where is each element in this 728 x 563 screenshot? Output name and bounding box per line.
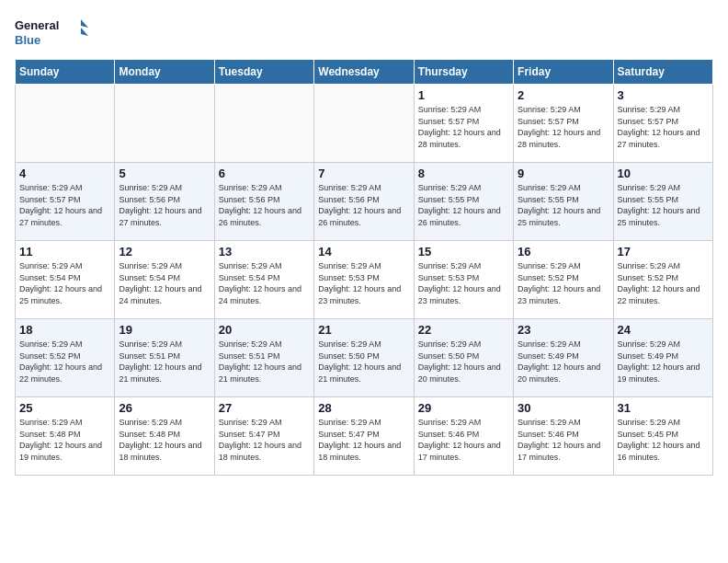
calendar-cell: 3Sunrise: 5:29 AMSunset: 5:57 PMDaylight… xyxy=(613,85,712,163)
day-info: Sunrise: 5:29 AMSunset: 5:55 PMDaylight:… xyxy=(518,182,609,228)
day-number: 10 xyxy=(618,167,709,180)
day-number: 24 xyxy=(618,323,709,337)
day-info: Sunrise: 5:29 AMSunset: 5:53 PMDaylight:… xyxy=(418,260,509,306)
day-info: Sunrise: 5:29 AMSunset: 5:57 PMDaylight:… xyxy=(518,104,609,150)
day-info: Sunrise: 5:29 AMSunset: 5:49 PMDaylight:… xyxy=(618,339,709,385)
day-info: Sunrise: 5:29 AMSunset: 5:47 PMDaylight:… xyxy=(219,417,310,463)
calendar-cell: 11Sunrise: 5:29 AMSunset: 5:54 PMDayligh… xyxy=(16,241,115,319)
day-info: Sunrise: 5:29 AMSunset: 5:53 PMDaylight:… xyxy=(318,260,409,306)
day-number: 27 xyxy=(219,401,310,415)
day-number: 1 xyxy=(418,88,509,102)
calendar-cell: 30Sunrise: 5:29 AMSunset: 5:46 PMDayligh… xyxy=(514,397,613,476)
calendar-cell: 19Sunrise: 5:29 AMSunset: 5:51 PMDayligh… xyxy=(115,319,214,397)
day-number: 22 xyxy=(418,323,509,337)
day-number: 14 xyxy=(318,245,409,259)
calendar-cell: 2Sunrise: 5:29 AMSunset: 5:57 PMDaylight… xyxy=(514,85,613,163)
calendar-cell: 21Sunrise: 5:29 AMSunset: 5:50 PMDayligh… xyxy=(314,319,414,397)
day-info: Sunrise: 5:29 AMSunset: 5:54 PMDaylight:… xyxy=(119,260,210,306)
calendar-cell: 15Sunrise: 5:29 AMSunset: 5:53 PMDayligh… xyxy=(414,241,513,319)
day-info: Sunrise: 5:29 AMSunset: 5:54 PMDaylight:… xyxy=(219,260,310,306)
day-number: 4 xyxy=(19,167,110,180)
calendar-cell: 27Sunrise: 5:29 AMSunset: 5:47 PMDayligh… xyxy=(214,397,313,476)
day-info: Sunrise: 5:29 AMSunset: 5:47 PMDaylight:… xyxy=(318,417,409,463)
day-info: Sunrise: 5:29 AMSunset: 5:48 PMDaylight:… xyxy=(19,417,110,463)
calendar-cell: 25Sunrise: 5:29 AMSunset: 5:48 PMDayligh… xyxy=(16,397,115,476)
day-info: Sunrise: 5:29 AMSunset: 5:57 PMDaylight:… xyxy=(19,182,110,228)
calendar-table: SundayMondayTuesdayWednesdayThursdayFrid… xyxy=(15,59,713,476)
day-number: 29 xyxy=(418,401,509,415)
day-number: 23 xyxy=(518,323,609,337)
day-info: Sunrise: 5:29 AMSunset: 5:51 PMDaylight:… xyxy=(219,339,310,385)
day-header-tuesday: Tuesday xyxy=(214,60,313,85)
svg-marker-2 xyxy=(81,19,88,28)
week-row-5: 25Sunrise: 5:29 AMSunset: 5:48 PMDayligh… xyxy=(16,397,713,476)
header-row: SundayMondayTuesdayWednesdayThursdayFrid… xyxy=(16,60,713,85)
day-info: Sunrise: 5:29 AMSunset: 5:55 PMDaylight:… xyxy=(418,182,509,228)
day-number: 9 xyxy=(518,167,609,180)
day-info: Sunrise: 5:29 AMSunset: 5:49 PMDaylight:… xyxy=(518,339,609,385)
svg-marker-3 xyxy=(81,28,88,36)
day-number: 25 xyxy=(19,401,110,415)
day-info: Sunrise: 5:29 AMSunset: 5:46 PMDaylight:… xyxy=(518,417,609,463)
calendar-cell: 16Sunrise: 5:29 AMSunset: 5:52 PMDayligh… xyxy=(514,241,613,319)
calendar-cell: 1Sunrise: 5:29 AMSunset: 5:57 PMDaylight… xyxy=(414,85,513,163)
calendar-cell: 9Sunrise: 5:29 AMSunset: 5:55 PMDaylight… xyxy=(514,163,613,241)
day-info: Sunrise: 5:29 AMSunset: 5:55 PMDaylight:… xyxy=(618,182,709,228)
calendar-cell xyxy=(16,85,115,163)
day-header-sunday: Sunday xyxy=(16,60,115,85)
day-header-wednesday: Wednesday xyxy=(314,60,414,85)
header: General Blue xyxy=(15,15,713,52)
day-number: 13 xyxy=(219,245,310,259)
day-info: Sunrise: 5:29 AMSunset: 5:52 PMDaylight:… xyxy=(618,260,709,306)
day-number: 15 xyxy=(418,245,509,259)
calendar-cell: 10Sunrise: 5:29 AMSunset: 5:55 PMDayligh… xyxy=(613,163,712,241)
week-row-2: 4Sunrise: 5:29 AMSunset: 5:57 PMDaylight… xyxy=(16,163,713,241)
calendar-cell: 22Sunrise: 5:29 AMSunset: 5:50 PMDayligh… xyxy=(414,319,513,397)
week-row-1: 1Sunrise: 5:29 AMSunset: 5:57 PMDaylight… xyxy=(16,85,713,163)
calendar-cell: 4Sunrise: 5:29 AMSunset: 5:57 PMDaylight… xyxy=(16,163,115,241)
calendar-cell: 14Sunrise: 5:29 AMSunset: 5:53 PMDayligh… xyxy=(314,241,414,319)
day-info: Sunrise: 5:29 AMSunset: 5:45 PMDaylight:… xyxy=(618,417,709,463)
day-number: 19 xyxy=(119,323,210,337)
calendar-cell: 17Sunrise: 5:29 AMSunset: 5:52 PMDayligh… xyxy=(613,241,712,319)
day-info: Sunrise: 5:29 AMSunset: 5:54 PMDaylight:… xyxy=(19,260,110,306)
day-header-thursday: Thursday xyxy=(414,60,513,85)
day-number: 7 xyxy=(318,167,409,180)
day-header-monday: Monday xyxy=(115,60,214,85)
day-info: Sunrise: 5:29 AMSunset: 5:48 PMDaylight:… xyxy=(119,417,210,463)
logo-svg: General Blue xyxy=(15,15,88,52)
day-header-saturday: Saturday xyxy=(613,60,712,85)
week-row-3: 11Sunrise: 5:29 AMSunset: 5:54 PMDayligh… xyxy=(16,241,713,319)
calendar-cell: 26Sunrise: 5:29 AMSunset: 5:48 PMDayligh… xyxy=(115,397,214,476)
day-number: 6 xyxy=(219,167,310,180)
day-number: 11 xyxy=(19,245,110,259)
calendar-cell xyxy=(214,85,313,163)
day-number: 3 xyxy=(618,88,709,102)
svg-text:Blue: Blue xyxy=(15,33,40,47)
day-number: 18 xyxy=(19,323,110,337)
calendar-cell: 13Sunrise: 5:29 AMSunset: 5:54 PMDayligh… xyxy=(214,241,313,319)
day-info: Sunrise: 5:29 AMSunset: 5:57 PMDaylight:… xyxy=(418,104,509,150)
day-info: Sunrise: 5:29 AMSunset: 5:52 PMDaylight:… xyxy=(19,339,110,385)
day-info: Sunrise: 5:29 AMSunset: 5:46 PMDaylight:… xyxy=(418,417,509,463)
day-info: Sunrise: 5:29 AMSunset: 5:56 PMDaylight:… xyxy=(318,182,409,228)
calendar-cell xyxy=(115,85,214,163)
day-number: 26 xyxy=(119,401,210,415)
week-row-4: 18Sunrise: 5:29 AMSunset: 5:52 PMDayligh… xyxy=(16,319,713,397)
day-number: 20 xyxy=(219,323,310,337)
day-number: 5 xyxy=(119,167,210,180)
day-number: 31 xyxy=(618,401,709,415)
day-number: 28 xyxy=(318,401,409,415)
calendar-cell: 12Sunrise: 5:29 AMSunset: 5:54 PMDayligh… xyxy=(115,241,214,319)
day-number: 30 xyxy=(518,401,609,415)
day-info: Sunrise: 5:29 AMSunset: 5:57 PMDaylight:… xyxy=(618,104,709,150)
day-number: 12 xyxy=(119,245,210,259)
day-info: Sunrise: 5:29 AMSunset: 5:50 PMDaylight:… xyxy=(318,339,409,385)
calendar-cell: 31Sunrise: 5:29 AMSunset: 5:45 PMDayligh… xyxy=(613,397,712,476)
calendar-cell: 20Sunrise: 5:29 AMSunset: 5:51 PMDayligh… xyxy=(214,319,313,397)
day-info: Sunrise: 5:29 AMSunset: 5:52 PMDaylight:… xyxy=(518,260,609,306)
calendar-cell: 8Sunrise: 5:29 AMSunset: 5:55 PMDaylight… xyxy=(414,163,513,241)
calendar-cell: 5Sunrise: 5:29 AMSunset: 5:56 PMDaylight… xyxy=(115,163,214,241)
calendar-cell: 28Sunrise: 5:29 AMSunset: 5:47 PMDayligh… xyxy=(314,397,414,476)
day-info: Sunrise: 5:29 AMSunset: 5:50 PMDaylight:… xyxy=(418,339,509,385)
